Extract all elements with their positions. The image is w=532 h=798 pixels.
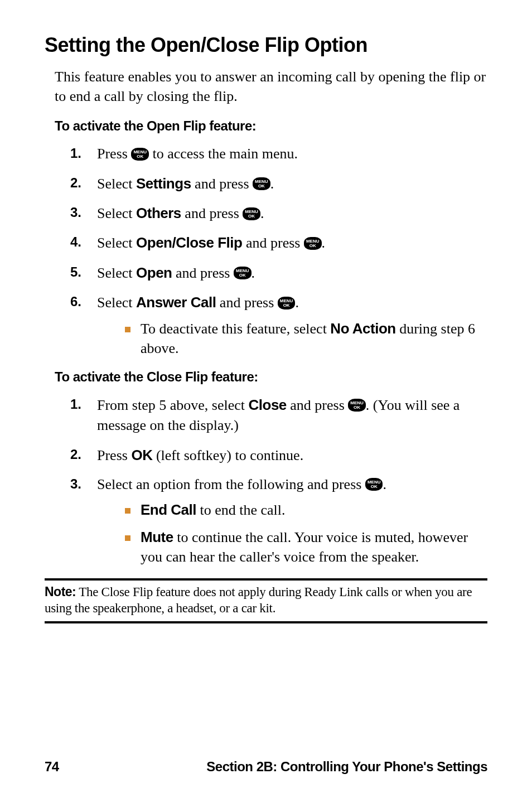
step-number: 4. <box>70 233 81 252</box>
menu-ok-icon: MENUOK <box>365 478 383 491</box>
step-text: and press <box>191 176 253 192</box>
step-number: 6. <box>70 292 81 311</box>
intro-paragraph: This feature enables you to answer an in… <box>55 67 487 106</box>
page-footer: 74 Section 2B: Controlling Your Phone's … <box>45 759 487 775</box>
step-item: 3. Select an option from the following a… <box>70 475 487 567</box>
menu-ok-icon: MENUOK <box>243 207 260 220</box>
step-text: Select <box>97 176 136 192</box>
menu-ok-icon: MENUOK <box>131 148 149 161</box>
step-text: Select <box>97 235 136 251</box>
step-text: . <box>295 294 299 311</box>
bullet-bold: End Call <box>141 501 196 518</box>
step-text: and press <box>181 205 243 221</box>
step-text: . <box>322 235 326 251</box>
step-text: Select an option from the following and … <box>97 476 365 492</box>
step-text: Select <box>97 205 136 221</box>
step-item: 1. Press MENUOK to access the main menu. <box>70 144 487 164</box>
bullet-bold: Mute <box>141 529 173 545</box>
step-item: 2. Select Settings and press MENUOK. <box>70 173 487 194</box>
page-title: Setting the Open/Close Flip Option <box>45 33 487 57</box>
close-flip-heading: To activate the Close Flip feature: <box>55 369 487 385</box>
section-label: Section 2B: Controlling Your Phone's Set… <box>206 759 487 775</box>
step-number: 2. <box>70 445 81 464</box>
step-item: 3. Select Others and press MENUOK. <box>70 203 487 224</box>
step-text: Select <box>97 265 136 281</box>
list-item: End Call to end the call. <box>125 500 487 520</box>
step-bold: Close <box>249 396 287 413</box>
step-text: Select <box>97 294 136 311</box>
menu-ok-icon: MENUOK <box>348 399 366 412</box>
step-item: 4. Select Open/Close Flip and press MENU… <box>70 233 487 253</box>
list-item: Mute to continue the call. Your voice is… <box>125 528 487 567</box>
step-text: and press <box>287 397 348 413</box>
step-text: and press <box>172 265 233 281</box>
bullet-text: To deactivate this feature, select <box>141 321 330 337</box>
step-bold: Open <box>136 264 172 281</box>
step-bold: OK <box>131 447 152 463</box>
step-item: 6. Select Answer Call and press MENUOK. … <box>70 292 487 358</box>
bullet-text: to end the call. <box>196 502 286 518</box>
close-flip-steps: 1. From step 5 above, select Close and p… <box>45 395 487 567</box>
menu-ok-icon: MENUOK <box>278 297 296 309</box>
step-number: 3. <box>70 203 81 222</box>
step-item: 2. Press OK (left softkey) to continue. <box>70 445 487 466</box>
step-text: . <box>383 476 386 492</box>
step-item: 5. Select Open and press MENUOK. <box>70 263 487 283</box>
step-text: and press <box>242 235 303 251</box>
step-number: 1. <box>70 144 81 163</box>
open-flip-sub-bullets: To deactivate this feature, select No Ac… <box>97 319 487 358</box>
menu-ok-icon: MENUOK <box>234 267 252 279</box>
step-bold: Answer Call <box>136 294 216 311</box>
step-number: 5. <box>70 263 81 282</box>
open-flip-steps: 1. Press MENUOK to access the main menu.… <box>45 144 487 358</box>
step-text: Press <box>97 146 131 162</box>
note-block: Note: The Close Flip feature does not ap… <box>45 578 487 624</box>
step-bold: Others <box>136 205 181 221</box>
step-number: 3. <box>70 475 81 494</box>
step-text: . <box>260 205 264 221</box>
list-item: To deactivate this feature, select No Ac… <box>125 319 487 358</box>
step-text: and press <box>216 294 277 311</box>
step-text: (left softkey) to continue. <box>152 447 303 463</box>
bullet-text: to continue the call. Your voice is mute… <box>141 529 468 565</box>
page-container: Setting the Open/Close Flip Option This … <box>0 0 532 798</box>
note-text: The Close Flip feature does not apply du… <box>45 585 472 616</box>
step-text: to access the main menu. <box>149 146 298 162</box>
step-text: Press <box>97 447 131 463</box>
step-text: . <box>270 176 274 192</box>
step-number: 2. <box>70 173 81 192</box>
open-flip-heading: To activate the Open Flip feature: <box>55 118 487 134</box>
step-item: 1. From step 5 above, select Close and p… <box>70 395 487 436</box>
step-bold: Settings <box>136 175 191 192</box>
step-text: . <box>252 265 255 281</box>
step-number: 1. <box>70 395 81 414</box>
close-flip-sub-bullets: End Call to end the call. Mute to contin… <box>97 500 487 567</box>
step-bold: Open/Close Flip <box>136 234 242 251</box>
note-label: Note: <box>45 584 76 599</box>
bullet-bold: No Action <box>330 320 395 337</box>
menu-ok-icon: MENUOK <box>253 177 270 190</box>
page-number: 74 <box>45 759 59 775</box>
step-text: From step 5 above, select <box>97 397 249 413</box>
menu-ok-icon: MENUOK <box>304 237 322 250</box>
